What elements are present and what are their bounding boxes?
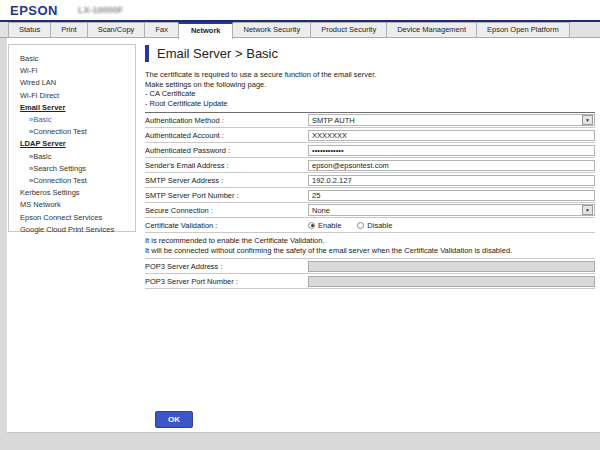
tab-print[interactable]: Print: [50, 22, 87, 37]
sidebar-item-email-server-basic[interactable]: »Basic: [9, 114, 135, 126]
epson-logo: EPSON: [10, 3, 58, 18]
field-label: SMTP Server Address :: [145, 176, 308, 185]
field-label: Authenticated Account :: [145, 131, 308, 140]
field-label: Secure Connection :: [145, 206, 308, 215]
sidebar-item-basic[interactable]: Basic: [9, 53, 135, 65]
sidebar-item-epson-connect-services[interactable]: Epson Connect Services: [9, 212, 135, 224]
tab-scan-copy[interactable]: Scan/Copy: [87, 22, 146, 37]
form-row-pop3-server-address: POP3 Server Address :: [145, 259, 595, 274]
page-title: Email Server > Basic: [157, 46, 278, 61]
app-header: EPSON LX-10000F: [0, 0, 600, 20]
note-line: It will be connected without confirming …: [145, 246, 595, 256]
description-line: Make settings on the following page.: [145, 80, 595, 90]
field-label: POP3 Server Address :: [145, 262, 308, 271]
smtp-server-address-input[interactable]: [308, 175, 595, 186]
sidebar-item-wifi[interactable]: Wi-Fi: [9, 65, 135, 77]
sidebar-item-ldap-connection-test[interactable]: »Connection Test: [9, 175, 135, 187]
radio-label: Disable: [367, 221, 392, 230]
ok-button[interactable]: OK: [155, 411, 193, 428]
form-row-authentication-method: Authentication Method : SMTP AUTH ▼: [145, 113, 595, 128]
sidebar-item-wifi-direct[interactable]: Wi-Fi Direct: [9, 90, 135, 102]
tab-network[interactable]: Network: [178, 22, 234, 39]
select-value: SMTP AUTH: [309, 116, 355, 125]
authentication-method-select[interactable]: SMTP AUTH ▼: [308, 114, 595, 126]
title-accent-bar: [145, 45, 149, 62]
note-line: It is recommended to enable the Certific…: [145, 236, 595, 246]
sidebar-item-wired-lan[interactable]: Wired LAN: [9, 77, 135, 89]
sidebar-item-ldap-server[interactable]: LDAP Server: [9, 138, 135, 150]
page-description: The certificate is required to use a sec…: [145, 70, 595, 108]
sidebar-item-ms-network[interactable]: MS Network: [9, 199, 135, 211]
main-content: Email Server > Basic The certificate is …: [145, 45, 595, 289]
form-row-smtp-server-port-number: SMTP Server Port Number :: [145, 188, 595, 203]
radio-label: Enable: [318, 221, 341, 230]
senders-email-address-input[interactable]: [308, 160, 595, 171]
printer-model: LX-10000F: [78, 5, 123, 15]
field-label: Authentication Method :: [145, 116, 308, 125]
sidebar-item-email-server-connection-test[interactable]: »Connection Test: [9, 126, 135, 138]
field-label: SMTP Server Port Number :: [145, 191, 308, 200]
page-title-row: Email Server > Basic: [145, 45, 595, 62]
secure-connection-select[interactable]: None ▼: [308, 204, 595, 216]
field-label: Certificate Validation :: [145, 221, 308, 230]
sidebar-item-email-server[interactable]: Email Server: [9, 102, 135, 114]
pop3-server-address-input: [308, 261, 595, 272]
radio-unselected-icon[interactable]: [357, 222, 364, 229]
field-label: POP3 Server Port Number :: [145, 277, 308, 286]
form-row-smtp-server-address: SMTP Server Address :: [145, 173, 595, 188]
authenticated-account-input[interactable]: [308, 130, 595, 141]
form-row-pop3-server-port-number: POP3 Server Port Number :: [145, 274, 595, 289]
description-line: The certificate is required to use a sec…: [145, 70, 595, 80]
field-label: Authenticated Password :: [145, 146, 308, 155]
form-row-secure-connection: Secure Connection : None ▼: [145, 203, 595, 218]
authenticated-password-input[interactable]: [308, 145, 595, 156]
email-server-form: Authentication Method : SMTP AUTH ▼ Auth…: [145, 112, 595, 289]
certificate-validation-note: It is recommended to enable the Certific…: [145, 233, 595, 259]
radio-selected-icon[interactable]: [308, 222, 315, 229]
sidebar-item-google-cloud-print-services[interactable]: Google Cloud Print Services: [9, 224, 135, 236]
smtp-server-port-number-input[interactable]: [308, 190, 595, 201]
field-label: Sender's Email Address :: [145, 161, 308, 170]
tab-network-security[interactable]: Network Security: [232, 22, 311, 37]
description-line: - Root Certificate Update: [145, 99, 595, 109]
dropdown-arrow-icon[interactable]: ▼: [582, 115, 593, 125]
form-row-senders-email-address: Sender's Email Address :: [145, 158, 595, 173]
certificate-validation-radio-group: Enable Disable: [308, 221, 392, 230]
tab-fax[interactable]: Fax: [144, 22, 179, 37]
select-value: None: [309, 206, 330, 215]
tab-device-management[interactable]: Device Management: [386, 22, 477, 37]
sidebar-item-ldap-basic[interactable]: »Basic: [9, 151, 135, 163]
dropdown-arrow-icon[interactable]: ▼: [582, 205, 593, 215]
sidebar-item-kerberos-settings[interactable]: Kerberos Settings: [9, 187, 135, 199]
pop3-server-port-number-input: [308, 276, 595, 287]
form-row-certificate-validation: Certificate Validation : Enable Disable: [145, 218, 595, 233]
certificate-validation-disable-radio[interactable]: Disable: [357, 221, 392, 230]
tab-product-security[interactable]: Product Security: [310, 22, 387, 37]
tab-bar: Status Print Scan/Copy Fax Network Netwo…: [0, 22, 600, 38]
tab-epson-open-platform[interactable]: Epson Open Platform: [476, 22, 570, 37]
form-row-authenticated-password: Authenticated Password :: [145, 143, 595, 158]
sidebar-item-ldap-search-settings[interactable]: »Search Settings: [9, 163, 135, 175]
tab-status[interactable]: Status: [8, 22, 51, 37]
description-line: - CA Certificate: [145, 89, 595, 99]
certificate-validation-enable-radio[interactable]: Enable: [308, 221, 341, 230]
sidebar-nav: Basic Wi-Fi Wired LAN Wi-Fi Direct Email…: [8, 44, 136, 232]
form-row-authenticated-account: Authenticated Account :: [145, 128, 595, 143]
